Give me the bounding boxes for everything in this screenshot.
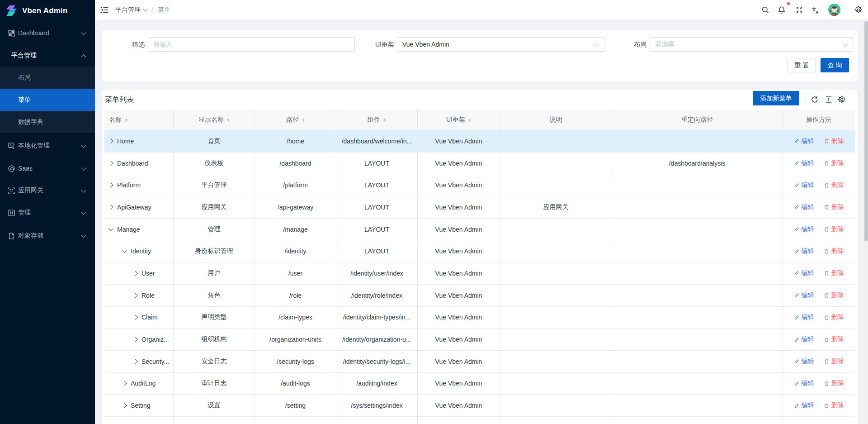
edit-button[interactable]: 编辑 — [794, 379, 814, 387]
edit-button[interactable]: 编辑 — [794, 291, 814, 300]
table-row[interactable]: Role 角色 /role /identity/role/index Vue V… — [104, 285, 855, 307]
sidebar-item-saas[interactable]: Saas — [0, 158, 95, 178]
column-header-path[interactable]: 路径 — [255, 110, 336, 130]
sort-icon[interactable] — [227, 118, 230, 122]
sort-icon[interactable] — [302, 118, 305, 122]
column-header-component[interactable]: 组件 — [336, 110, 418, 130]
delete-button[interactable]: 删除 — [824, 269, 844, 277]
expand-icon[interactable] — [108, 183, 113, 188]
delete-button[interactable]: 删除 — [824, 379, 844, 387]
sidebar-item-layout[interactable]: 布局 — [0, 67, 95, 89]
expand-icon[interactable] — [122, 381, 127, 386]
edit-button[interactable]: 编辑 — [794, 357, 814, 366]
sidebar-item-platform[interactable]: 平台管理 — [0, 46, 95, 66]
table-row[interactable]: Setting 设置 /setting /sys/settings/index … — [104, 395, 855, 417]
layout-select[interactable]: 请选择 — [650, 37, 853, 52]
delete-button[interactable]: 删除 — [824, 225, 844, 233]
breadcrumb-current[interactable]: 菜单 — [158, 6, 170, 14]
edit-button[interactable]: 编辑 — [794, 401, 814, 410]
localization-icon: A — [8, 142, 15, 150]
expand-icon[interactable] — [132, 271, 137, 276]
expand-icon[interactable] — [132, 337, 137, 342]
edit-button[interactable]: 编辑 — [794, 203, 814, 211]
delete-button[interactable]: 删除 — [824, 181, 844, 189]
table-row[interactable]: Security... 安全日志 /security-logs /identit… — [104, 351, 855, 373]
expand-icon[interactable] — [108, 138, 113, 143]
edit-button[interactable]: 编辑 — [794, 269, 814, 277]
sidebar-item-dictionary[interactable]: 数据字典 — [0, 111, 95, 133]
translate-icon[interactable]: 文 A — [812, 6, 820, 14]
expand-icon[interactable] — [132, 315, 137, 320]
delete-button[interactable]: 删除 — [824, 291, 844, 300]
delete-button[interactable]: 删除 — [824, 313, 844, 321]
table-row[interactable]: AuditLog 审计日志 /audit-logs /auditing/inde… — [104, 373, 855, 395]
edit-button[interactable]: 编辑 — [794, 137, 814, 145]
page-scrollbar[interactable] — [864, 20, 868, 424]
sort-icon[interactable] — [125, 118, 127, 122]
column-header-framework[interactable]: UI框架 — [418, 110, 500, 130]
bell-icon[interactable] — [778, 6, 786, 14]
sidebar-item-storage[interactable]: 对象存储 — [0, 226, 95, 246]
delete-button[interactable]: 删除 — [824, 401, 844, 410]
sort-icon[interactable] — [468, 118, 471, 122]
sidebar-item-localization[interactable]: A 本地化管理 — [0, 136, 95, 156]
edit-button[interactable]: 编辑 — [794, 313, 814, 321]
delete-button[interactable]: 删除 — [824, 335, 844, 343]
delete-button[interactable]: 删除 — [824, 137, 844, 145]
sidebar-item-dashboard[interactable]: Dashboard — [0, 23, 95, 43]
avatar[interactable] — [828, 4, 840, 16]
table-row[interactable]: Claim 声明类型 /claim-types /identity/claim-… — [104, 307, 855, 329]
delete-button[interactable]: 删除 — [824, 159, 844, 167]
scrollbar-thumb[interactable] — [864, 21, 868, 241]
fullscreen-icon[interactable] — [795, 6, 803, 14]
edit-button[interactable]: 编辑 — [794, 247, 814, 255]
expand-icon[interactable] — [132, 359, 137, 364]
cell-description — [500, 174, 612, 196]
app-logo[interactable]: Vben Admin — [0, 0, 95, 22]
column-header-name[interactable]: 名称 — [104, 110, 174, 130]
expand-icon[interactable] — [122, 403, 127, 408]
reset-button[interactable]: 重 置 — [788, 58, 816, 72]
row-height-icon[interactable] — [825, 95, 833, 104]
cell-component: /identity/role/index — [336, 285, 418, 306]
edit-icon — [794, 270, 800, 276]
expand-icon[interactable] — [108, 161, 113, 166]
table-row[interactable]: Organiz... 组织机构 /organization-units /ide… — [104, 329, 855, 351]
expand-icon[interactable] — [132, 293, 137, 298]
query-button[interactable]: 查 询 — [821, 58, 849, 72]
sidebar-item-gateway[interactable]: 应用网关 — [0, 181, 95, 200]
edit-button[interactable]: 编辑 — [794, 225, 814, 233]
table-row[interactable]: Home 首页 /home /dashboard/welcome/in... V… — [104, 130, 855, 152]
sidebar: Vben Admin Dashboard 平台管理 布局 菜单 数据字典 A 本… — [0, 0, 95, 424]
filter-input[interactable] — [148, 37, 355, 52]
table-row[interactable]: Platform 平台管理 /platform LAYOUT Vue Vben … — [104, 174, 855, 196]
sidebar-collapse-icon[interactable] — [100, 5, 109, 14]
delete-button[interactable]: 删除 — [824, 357, 844, 366]
framework-select[interactable]: Vue Vben Admin — [397, 37, 604, 52]
column-settings-icon[interactable] — [838, 95, 846, 104]
delete-button[interactable]: 删除 — [824, 247, 844, 255]
table-row[interactable]: Identity 身份标识管理 /identity LAYOUT Vue Vbe… — [104, 240, 855, 262]
edit-button[interactable]: 编辑 — [794, 159, 814, 167]
sort-icon[interactable] — [383, 118, 386, 122]
table-row[interactable]: Manage 管理 /manage LAYOUT Vue Vben Admin … — [104, 219, 855, 241]
sidebar-item-menu[interactable]: 菜单 — [0, 89, 95, 111]
table-row[interactable]: User 用户 /user /identity/user/index Vue V… — [104, 262, 855, 285]
edit-button[interactable]: 编辑 — [794, 335, 814, 343]
expand-icon[interactable] — [108, 205, 113, 210]
refresh-icon[interactable] — [811, 95, 819, 104]
expand-icon[interactable] — [122, 248, 127, 253]
add-menu-button[interactable]: 添加新菜单 — [753, 91, 799, 105]
column-header-display[interactable]: 显示名称 — [174, 110, 255, 130]
table-row[interactable]: ApiGateway 应用网关 /api-gateway LAYOUT Vue … — [104, 196, 855, 219]
search-icon[interactable] — [761, 6, 769, 14]
sidebar-item-manage[interactable]: 管理 — [0, 203, 95, 223]
edit-button[interactable]: 编辑 — [794, 181, 814, 189]
breadcrumb-parent[interactable]: 平台管理 — [115, 6, 141, 14]
settings-icon[interactable] — [854, 6, 863, 14]
delete-button[interactable]: 删除 — [824, 203, 844, 211]
table-row[interactable]: Dashboard 仪表板 /dashboard LAYOUT Vue Vben… — [104, 152, 855, 175]
cell-description — [500, 285, 612, 306]
edit-icon — [794, 358, 800, 364]
expand-icon[interactable] — [108, 226, 113, 231]
